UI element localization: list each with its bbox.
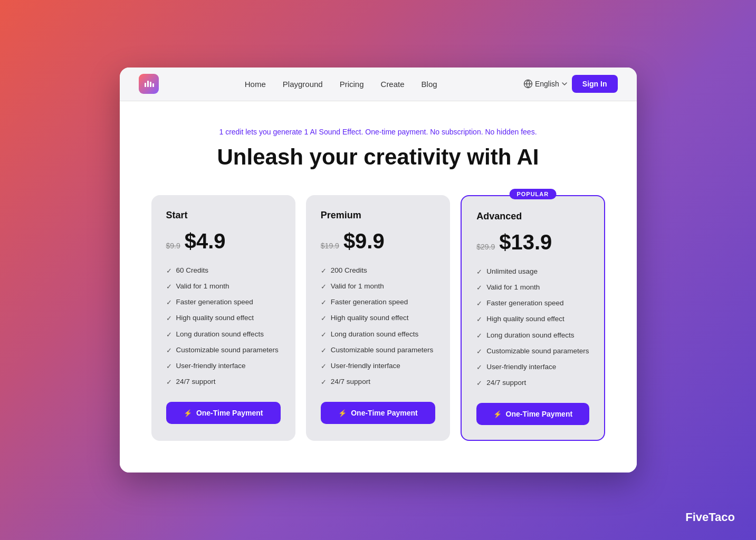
feature-advanced-6: ✓User-friendly interface [476,362,589,372]
feature-start-5: ✓Customizable sound parameters [166,345,281,355]
nav-home[interactable]: Home [245,80,266,89]
price-block-premium: $19.9 $9.9 [321,229,435,253]
feature-premium-0: ✓200 Credits [321,266,435,276]
feature-start-1: ✓Valid for 1 month [166,282,281,292]
features-list-advanced: ✓Unlimited usage ✓Valid for 1 month ✓Fas… [476,267,589,389]
current-price-advanced: $13.9 [499,230,552,254]
check-icon: ✓ [321,330,327,340]
svg-rect-0 [145,83,146,87]
current-price-start: $4.9 [185,229,226,253]
price-block-start: $9.9 $4.9 [166,229,281,253]
plan-card-advanced: POPULAR Advanced $29.9 $13.9 ✓Unlimited … [461,195,605,441]
navbar-right: English Sign In [523,75,618,93]
feature-start-6: ✓User-friendly interface [166,361,281,371]
plan-card-start: Start $9.9 $4.9 ✓60 Credits ✓Valid for 1… [151,195,295,441]
check-icon: ✓ [321,378,327,387]
check-icon: ✓ [476,347,482,356]
check-icon: ✓ [476,299,482,308]
tagline: 1 credit lets you generate 1 AI Sound Ef… [151,128,605,136]
nav-create[interactable]: Create [381,80,405,89]
nav-links: Home Playground Pricing Create Blog [159,80,523,89]
check-icon: ✓ [476,379,482,388]
check-icon: ✓ [321,298,327,307]
check-icon: ✓ [166,346,172,355]
logo[interactable] [139,74,159,94]
feature-advanced-3: ✓High quality sound effect [476,314,589,324]
check-icon: ✓ [166,298,172,307]
feature-start-0: ✓60 Credits [166,266,281,276]
feature-premium-7: ✓24/7 support [321,377,435,387]
footer-brand: FiveTaco [685,510,735,524]
feature-premium-3: ✓High quality sound effect [321,313,435,323]
price-block-advanced: $29.9 $13.9 [476,230,589,254]
check-icon: ✓ [476,363,482,372]
check-icon: ✓ [321,266,327,276]
plan-name-start: Start [166,210,281,221]
feature-start-3: ✓High quality sound effect [166,313,281,323]
nav-playground[interactable]: Playground [283,80,323,89]
check-icon: ✓ [166,282,172,292]
original-price-start: $9.9 [166,242,180,250]
feature-advanced-5: ✓Customizable sound parameters [476,346,589,356]
lightning-icon: ⚡ [184,409,192,417]
feature-advanced-1: ✓Valid for 1 month [476,283,589,293]
lightning-icon: ⚡ [338,409,347,417]
feature-premium-1: ✓Valid for 1 month [321,282,435,292]
check-icon: ✓ [166,314,172,323]
features-list-start: ✓60 Credits ✓Valid for 1 month ✓Faster g… [166,266,281,388]
check-icon: ✓ [476,267,482,277]
pricing-grid: Start $9.9 $4.9 ✓60 Credits ✓Valid for 1… [151,195,605,441]
svg-rect-1 [147,81,149,87]
check-icon: ✓ [321,346,327,355]
nav-pricing[interactable]: Pricing [340,80,364,89]
main-container: Home Playground Pricing Create Blog Engl… [120,68,637,473]
check-icon: ✓ [476,283,482,293]
check-icon: ✓ [166,266,172,276]
cta-button-start[interactable]: ⚡ One-Time Payment [166,402,281,424]
check-icon: ✓ [476,315,482,324]
logo-icon [139,74,159,94]
feature-start-4: ✓Long duration sound effects [166,330,281,340]
svg-rect-3 [152,83,154,87]
feature-premium-6: ✓User-friendly interface [321,361,435,371]
check-icon: ✓ [321,282,327,292]
feature-premium-2: ✓Faster generation speed [321,297,435,307]
feature-premium-5: ✓Customizable sound parameters [321,345,435,355]
original-price-advanced: $29.9 [476,243,495,251]
feature-start-7: ✓24/7 support [166,377,281,387]
check-icon: ✓ [321,362,327,371]
check-icon: ✓ [476,331,482,341]
navbar: Home Playground Pricing Create Blog Engl… [120,68,637,101]
svg-rect-2 [150,82,151,87]
plan-name-premium: Premium [321,210,435,221]
language-selector[interactable]: English [523,79,568,89]
feature-advanced-0: ✓Unlimited usage [476,267,589,277]
sign-in-button[interactable]: Sign In [572,75,618,93]
original-price-premium: $19.9 [321,242,339,250]
hero-title: Unleash your creativity with AI [151,144,605,170]
feature-advanced-4: ✓Long duration sound effects [476,331,589,341]
plan-name-advanced: Advanced [476,211,589,222]
plan-card-premium: Premium $19.9 $9.9 ✓200 Credits ✓Valid f… [306,195,450,441]
feature-advanced-7: ✓24/7 support [476,378,589,388]
globe-icon [523,79,533,89]
popular-badge: POPULAR [509,189,556,199]
language-label: English [535,80,559,88]
features-list-premium: ✓200 Credits ✓Valid for 1 month ✓Faster … [321,266,435,388]
check-icon: ✓ [166,330,172,340]
nav-blog[interactable]: Blog [422,80,437,89]
feature-advanced-2: ✓Faster generation speed [476,298,589,308]
feature-premium-4: ✓Long duration sound effects [321,330,435,340]
cta-button-premium[interactable]: ⚡ One-Time Payment [321,402,435,424]
cta-button-advanced[interactable]: ⚡ One-Time Payment [476,403,589,425]
main-content: 1 credit lets you generate 1 AI Sound Ef… [120,101,637,473]
current-price-premium: $9.9 [343,229,385,253]
check-icon: ✓ [321,314,327,323]
check-icon: ✓ [166,362,172,371]
feature-start-2: ✓Faster generation speed [166,297,281,307]
check-icon: ✓ [166,378,172,387]
lightning-icon: ⚡ [493,410,502,418]
chevron-down-icon [561,81,568,87]
